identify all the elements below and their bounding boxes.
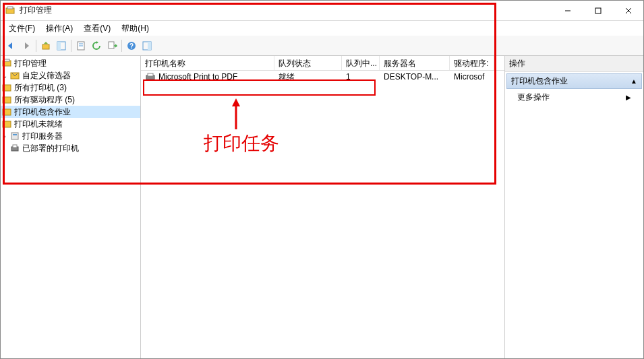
tree-deployed-printers[interactable]: 已部署的打印机 bbox=[1, 142, 140, 154]
action-more[interactable]: 更多操作 ▶ bbox=[505, 89, 643, 106]
filter-icon bbox=[1, 119, 12, 129]
tree-pane: 打印管理 ⌄ 自定义筛选器 所有打印机 (3) 所有驱动程序 (5) bbox=[1, 56, 141, 358]
collapse-icon[interactable]: ⌄ bbox=[1, 72, 9, 79]
window-title: 打印管理 bbox=[20, 5, 552, 16]
filter-icon bbox=[1, 82, 12, 93]
printer-queue: 1 bbox=[342, 71, 380, 82]
forward-button[interactable] bbox=[19, 38, 34, 53]
toolbar: ? bbox=[1, 36, 643, 56]
help-button[interactable]: ? bbox=[124, 38, 139, 53]
printer-driver: Microsof bbox=[450, 71, 494, 82]
actions-subheader[interactable]: 打印机包含作业 ▲ bbox=[506, 73, 642, 89]
tree-print-servers[interactable]: › 打印服务器 bbox=[1, 130, 140, 142]
menu-file[interactable]: 文件(F) bbox=[3, 22, 40, 36]
col-driver[interactable]: 驱动程序: bbox=[450, 56, 494, 70]
col-server[interactable]: 服务器名 bbox=[380, 56, 450, 70]
tree-printers-with-jobs[interactable]: 打印机包含作业 bbox=[1, 106, 140, 118]
svg-rect-12 bbox=[109, 42, 114, 48]
menu-help[interactable]: 帮助(H) bbox=[116, 22, 154, 36]
properties-button[interactable] bbox=[74, 38, 88, 53]
tree-custom-filters[interactable]: ⌄ 自定义筛选器 bbox=[1, 69, 140, 81]
svg-text:?: ? bbox=[129, 42, 134, 50]
svg-rect-8 bbox=[57, 42, 61, 50]
chevron-right-icon: ▶ bbox=[626, 94, 631, 101]
filter-icon bbox=[1, 94, 12, 105]
list-pane: 打印机名称 队列状态 队列中... 服务器名 驱动程序: Microsoft P… bbox=[141, 56, 505, 358]
svg-rect-29 bbox=[148, 73, 153, 76]
tree-printers-not-ready[interactable]: 打印机未就绪 bbox=[1, 118, 140, 130]
svg-rect-24 bbox=[11, 133, 18, 139]
tree-all-drivers[interactable]: 所有驱动程序 (5) bbox=[1, 94, 140, 106]
tree-root[interactable]: 打印管理 bbox=[1, 57, 140, 69]
titlebar: 打印管理 bbox=[1, 1, 643, 21]
col-status[interactable]: 队列状态 bbox=[274, 56, 342, 70]
print-management-window: 打印管理 文件(F) 操作(A) 查看(V) 帮助(H) ? bbox=[0, 0, 644, 359]
svg-rect-21 bbox=[3, 97, 11, 103]
tree-all-printers[interactable]: 所有打印机 (3) bbox=[1, 81, 140, 94]
expand-icon[interactable]: › bbox=[1, 133, 9, 140]
printer-name: Microsoft Print to PDF bbox=[158, 72, 237, 81]
filter-icon bbox=[9, 70, 20, 81]
close-button[interactable] bbox=[613, 1, 643, 20]
folder-icon bbox=[1, 58, 12, 69]
svg-rect-22 bbox=[3, 109, 11, 115]
svg-rect-1 bbox=[7, 7, 13, 9]
svg-rect-20 bbox=[3, 85, 11, 91]
printer-status: 就绪 bbox=[274, 71, 342, 84]
refresh-button[interactable] bbox=[89, 38, 104, 53]
export-button[interactable] bbox=[105, 38, 119, 53]
col-queue[interactable]: 队列中... bbox=[342, 56, 380, 70]
svg-rect-3 bbox=[595, 8, 601, 13]
printer-server: DESKTOP-M... bbox=[380, 71, 450, 82]
svg-rect-27 bbox=[13, 145, 17, 148]
menubar: 文件(F) 操作(A) 查看(V) 帮助(H) bbox=[1, 21, 643, 36]
maximize-button[interactable] bbox=[583, 1, 613, 20]
svg-rect-16 bbox=[148, 42, 151, 50]
svg-rect-25 bbox=[13, 134, 17, 135]
app-icon bbox=[5, 5, 16, 16]
column-headers: 打印机名称 队列状态 队列中... 服务器名 驱动程序: bbox=[141, 56, 504, 71]
actions-pane: 操作 打印机包含作业 ▲ 更多操作 ▶ bbox=[505, 56, 643, 358]
server-icon bbox=[9, 131, 20, 141]
printer-row[interactable]: Microsoft Print to PDF 就绪 1 DESKTOP-M...… bbox=[141, 71, 504, 83]
show-hide-tree-button[interactable] bbox=[54, 38, 69, 53]
col-name[interactable]: 打印机名称 bbox=[141, 56, 274, 70]
up-button[interactable] bbox=[38, 38, 53, 53]
filter-icon bbox=[1, 106, 12, 117]
printer-icon bbox=[9, 143, 20, 154]
actions-header: 操作 bbox=[505, 56, 643, 72]
printer-icon bbox=[145, 73, 156, 81]
svg-rect-18 bbox=[4, 59, 9, 61]
svg-rect-6 bbox=[42, 44, 49, 49]
menu-view[interactable]: 查看(V) bbox=[78, 22, 116, 36]
menu-action[interactable]: 操作(A) bbox=[40, 22, 78, 36]
minimize-button[interactable] bbox=[552, 1, 583, 20]
back-button[interactable] bbox=[3, 38, 18, 53]
show-hide-action-button[interactable] bbox=[140, 38, 154, 53]
svg-rect-23 bbox=[3, 121, 11, 127]
chevron-up-icon: ▲ bbox=[631, 77, 637, 85]
